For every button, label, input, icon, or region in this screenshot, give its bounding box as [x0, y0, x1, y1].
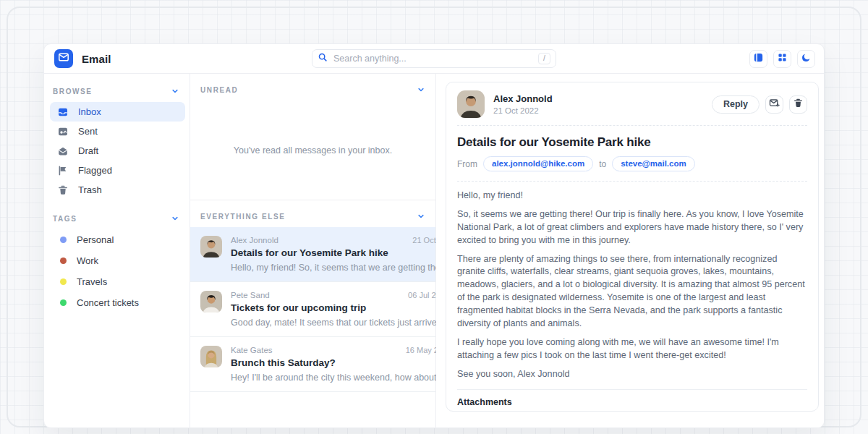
inbox-icon: [57, 106, 69, 118]
sidebar-item-label: Draft: [78, 145, 98, 156]
body-paragraph: See you soon, Alex Jonnold: [457, 368, 807, 381]
envelope-plus-icon: [769, 98, 780, 111]
sidebar-item-label: Sent: [78, 126, 98, 137]
avatar: [200, 236, 222, 258]
tag-label: Work: [77, 255, 98, 266]
body-paragraph: So, it seems we are getting there! Our t…: [457, 208, 807, 247]
mail-list-item[interactable]: Alex Jonnold 21 Oct 2022 Details for our…: [190, 227, 435, 282]
mail-subject: Tickets for our upcoming trip: [231, 302, 449, 313]
tag-label: Personal: [77, 234, 114, 245]
app-logo: [54, 49, 73, 68]
mail-item-content: Alex Jonnold 21 Oct 2022 Details for our…: [231, 236, 456, 273]
sidebar-item-draft[interactable]: Draft: [50, 141, 185, 161]
mail-subject: Brunch this Saturday?: [231, 357, 451, 368]
avatar: [200, 291, 222, 312]
to-label: to: [599, 159, 606, 169]
mail-preview: Hello, my friend! So, it seems that we a…: [231, 263, 456, 273]
tag-item-travels[interactable]: Travels: [44, 271, 190, 292]
sidebar-item-inbox[interactable]: Inbox: [50, 102, 185, 122]
grid-icon: [777, 52, 788, 66]
dark-mode-button[interactable]: [797, 50, 815, 68]
detail-sender-name: Alex Jonnold: [493, 93, 553, 104]
sidebar-item-sent[interactable]: Sent: [50, 122, 185, 141]
tag-color-dot: [60, 258, 67, 264]
to-address-chip[interactable]: steve@mail.com: [612, 156, 694, 171]
unread-section-header[interactable]: UNREAD: [190, 74, 435, 101]
flag-icon: [57, 165, 69, 176]
detail-from-row: From alex.jonnold@hike.com to steve@mail…: [446, 150, 818, 181]
search-input[interactable]: [333, 54, 532, 64]
main-content: BROWSE Inbox Sent Draft Flagge: [44, 74, 824, 427]
tags-section-label: TAGS: [53, 215, 77, 223]
everything-else-section-label: EVERYTHING ELSE: [200, 213, 286, 221]
browse-section-header[interactable]: BROWSE: [44, 80, 190, 102]
mail-detail-card: Alex Jonnold 21 Oct 2022 Reply De: [446, 82, 819, 412]
apps-button[interactable]: [773, 50, 791, 68]
sent-icon: [57, 126, 69, 137]
moon-icon: [801, 52, 812, 66]
sidebar-item-trash[interactable]: Trash: [50, 180, 185, 200]
tag-label: Travels: [77, 276, 107, 287]
from-address-chip[interactable]: alex.jonnold@hike.com: [483, 156, 593, 171]
mail-sender: Pete Sand: [231, 291, 270, 299]
tag-color-dot: [60, 299, 67, 306]
browse-section-label: BROWSE: [53, 88, 93, 95]
forward-mail-button[interactable]: [765, 95, 783, 114]
tags-list: Personal Work Travels Concert tickets: [44, 229, 190, 313]
tag-item-personal[interactable]: Personal: [44, 229, 190, 250]
app-title: Email: [82, 53, 111, 65]
mail-list-item[interactable]: Pete Sand 06 Jul 2022 Tickets for our up…: [190, 282, 435, 337]
from-label: From: [457, 159, 477, 169]
detail-sender-block: Alex Jonnold 21 Oct 2022: [493, 93, 553, 115]
mail-sender: Alex Jonnold: [231, 236, 278, 244]
mail-list-item[interactable]: Kate Gates 16 May 2022 Brunch this Satur…: [190, 337, 435, 392]
mail-detail-region: Alex Jonnold 21 Oct 2022 Reply De: [436, 74, 824, 427]
body-paragraph: I really hope you love coming along with…: [457, 336, 807, 362]
everything-else-section-header[interactable]: EVERYTHING ELSE: [190, 200, 435, 227]
reply-button[interactable]: Reply: [712, 95, 760, 114]
search-icon: [318, 52, 328, 65]
sidebar: BROWSE Inbox Sent Draft Flagge: [44, 74, 190, 427]
envelope-icon: [58, 51, 69, 66]
tags-section-header[interactable]: TAGS: [44, 207, 190, 229]
trash-icon: [793, 98, 804, 111]
detail-date: 21 Oct 2022: [493, 106, 553, 115]
delete-mail-button[interactable]: [789, 95, 807, 114]
detail-subject: Details for our Yosemite Park hike: [446, 126, 818, 150]
email-app-window: Email / BROWSE: [43, 43, 825, 428]
search-box[interactable]: /: [312, 49, 556, 68]
attachments-label: Attachments: [457, 397, 807, 407]
sidebar-item-flagged[interactable]: Flagged: [50, 161, 185, 180]
sidebar-item-label: Inbox: [78, 106, 101, 117]
avatar: [200, 346, 222, 367]
chevron-down-icon[interactable]: [171, 87, 179, 95]
sidebar-item-label: Trash: [78, 184, 102, 195]
browse-nav-list: Inbox Sent Draft Flagged Trash: [44, 102, 190, 200]
body-paragraph: Hello, my friend!: [457, 190, 807, 203]
detail-body: Hello, my friend! So, it seems we are ge…: [446, 182, 818, 386]
mail-preview: Hey! I'll be around the city this weeken…: [231, 373, 451, 383]
book-icon: [753, 52, 764, 66]
tag-color-dot: [60, 278, 67, 285]
tag-color-dot: [60, 237, 67, 243]
detail-actions: Reply: [712, 95, 807, 114]
mail-list-column: UNREAD You've read all messages in your …: [190, 74, 436, 427]
tag-item-work[interactable]: Work: [44, 250, 190, 271]
mail-preview: Good day, mate! It seems that our ticket…: [231, 318, 449, 328]
chevron-down-icon[interactable]: [171, 214, 179, 223]
chevron-down-icon[interactable]: [417, 212, 425, 221]
search-shortcut-badge: /: [538, 53, 550, 64]
unread-section-label: UNREAD: [200, 86, 238, 94]
reader-view-button[interactable]: [749, 50, 767, 68]
tag-label: Concert tickets: [77, 297, 139, 308]
unread-empty-message: You've read all messages in your inbox.: [190, 101, 435, 200]
detail-header: Alex Jonnold 21 Oct 2022 Reply: [446, 82, 818, 125]
draft-icon: [57, 145, 69, 157]
tag-item-concert-tickets[interactable]: Concert tickets: [44, 292, 190, 313]
top-bar: Email /: [44, 44, 824, 74]
mail-subject: Details for our Yosemite Park hike: [231, 247, 456, 258]
mail-item-content: Pete Sand 06 Jul 2022 Tickets for our up…: [231, 291, 449, 328]
sidebar-item-label: Flagged: [78, 165, 112, 176]
topbar-actions: [749, 50, 815, 68]
chevron-down-icon[interactable]: [417, 85, 425, 94]
